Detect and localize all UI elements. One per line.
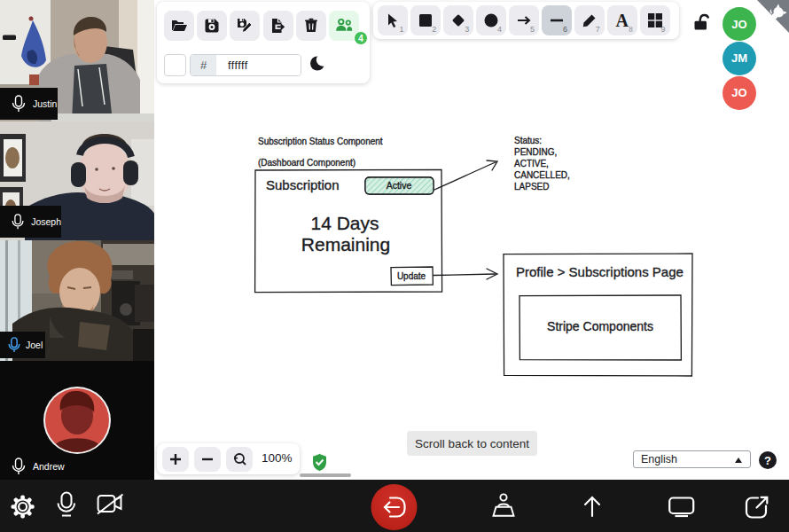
svg-text:LAPSED: LAPSED: [514, 182, 549, 192]
svg-text:Subscription: Subscription: [266, 177, 340, 192]
svg-text:Stripe Components: Stripe Components: [547, 319, 653, 333]
svg-text:Profile > Subscriptions Page: Profile > Subscriptions Page: [516, 264, 684, 279]
svg-text:ACTIVE,: ACTIVE,: [514, 159, 549, 168]
svg-text:Remaining: Remaining: [301, 234, 390, 254]
svg-text:14 Days: 14 Days: [310, 213, 379, 233]
svg-text:PENDING,: PENDING,: [514, 147, 557, 157]
svg-text:Status:: Status:: [514, 136, 542, 145]
svg-text:(Dashboard Component): (Dashboard Component): [258, 158, 355, 168]
svg-text:CANCELLED,: CANCELLED,: [514, 170, 570, 180]
svg-text:Update: Update: [397, 271, 426, 281]
svg-text:Active: Active: [387, 180, 412, 191]
svg-text:Subscription Status Component: Subscription Status Component: [258, 137, 383, 146]
